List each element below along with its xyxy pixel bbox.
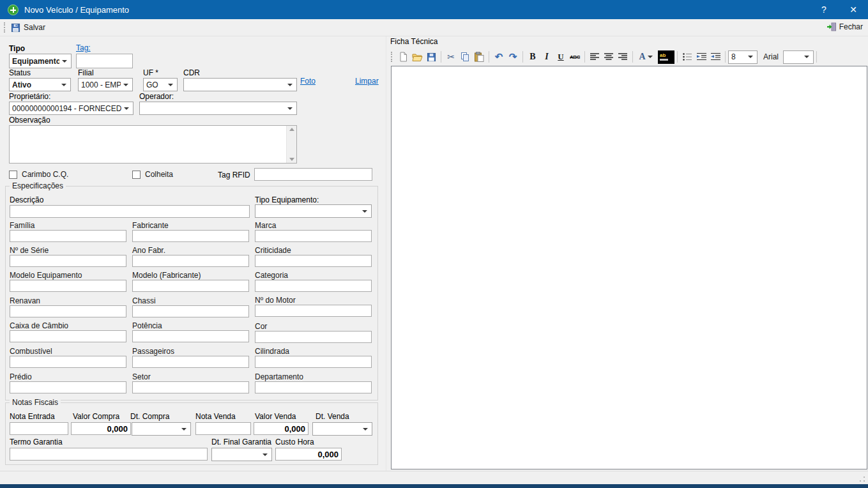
- observacao-textarea[interactable]: [10, 126, 286, 163]
- toolbar-separator: [816, 51, 817, 63]
- close-window-button[interactable]: ✕: [839, 0, 868, 19]
- descricao-input[interactable]: [10, 205, 250, 218]
- foto-link[interactable]: Foto: [300, 77, 316, 86]
- operador-label: Operador:: [139, 92, 174, 101]
- colheita-checkbox[interactable]: [132, 171, 141, 179]
- new-document-button[interactable]: [396, 50, 410, 64]
- toolbar-separator: [522, 51, 523, 63]
- paste-button[interactable]: [472, 50, 486, 64]
- numero-motor-input[interactable]: [255, 305, 372, 317]
- potencia-input[interactable]: [132, 330, 249, 342]
- strikethrough-button[interactable]: ABC: [568, 50, 582, 64]
- font-size-combobox[interactable]: 8: [728, 50, 758, 64]
- main-toolbar: Salvar Fechar: [0, 19, 868, 36]
- departamento-input[interactable]: [255, 381, 372, 393]
- predio-input[interactable]: [10, 381, 126, 393]
- numero-serie-input[interactable]: [10, 255, 126, 267]
- ficha-tecnica-editor[interactable]: [391, 66, 867, 469]
- chassi-input[interactable]: [132, 305, 249, 317]
- setor-input[interactable]: [132, 381, 249, 393]
- cdr-combobox[interactable]: [183, 78, 297, 91]
- chevron-down-icon: [62, 60, 67, 63]
- scroll-up-icon[interactable]: [289, 128, 294, 131]
- chevron-down-icon: [287, 107, 293, 110]
- modelo-fabricante-input[interactable]: [132, 280, 249, 292]
- chevron-down-icon: [648, 56, 653, 58]
- tag-rfid-input[interactable]: [254, 168, 372, 181]
- field-label: Ano Fabr.: [132, 246, 165, 255]
- cut-button[interactable]: ✂: [444, 50, 458, 64]
- filial-label: Filial: [78, 68, 94, 77]
- carimbo-checkbox[interactable]: [9, 171, 17, 179]
- observacao-scrollbar[interactable]: [286, 126, 296, 163]
- align-center-icon: [604, 52, 614, 61]
- valor-venda-input[interactable]: [254, 422, 308, 435]
- bullet-list-button[interactable]: [680, 50, 694, 64]
- underline-button[interactable]: U: [554, 50, 568, 64]
- redo-button[interactable]: ↷: [506, 50, 520, 64]
- open-button[interactable]: [410, 50, 424, 64]
- indent-button[interactable]: [694, 50, 708, 64]
- save-button[interactable]: Salvar: [10, 22, 49, 34]
- renavan-input[interactable]: [10, 305, 126, 317]
- criticidade-input[interactable]: [255, 255, 372, 267]
- cilindrada-input[interactable]: [255, 356, 372, 368]
- toolbar-separator: [489, 51, 489, 63]
- passageiros-input[interactable]: [132, 356, 249, 368]
- outdent-button[interactable]: [708, 50, 722, 64]
- save-document-button[interactable]: [424, 50, 438, 64]
- custo-hora-label: Custo Hora: [275, 438, 314, 446]
- categoria-input[interactable]: [255, 280, 372, 292]
- ano-fabricacao-input[interactable]: [132, 255, 249, 267]
- copy-icon: [460, 52, 470, 62]
- align-left-icon: [590, 52, 600, 61]
- valor-compra-input[interactable]: [71, 422, 131, 435]
- align-left-button[interactable]: [588, 50, 602, 64]
- highlight-button[interactable]: ab: [658, 50, 674, 64]
- fabricante-input[interactable]: [132, 230, 249, 242]
- proprietario-combobox[interactable]: 00000000000194 - FORNECEDOR :: [9, 102, 133, 115]
- cor-input[interactable]: [255, 331, 372, 343]
- carimbo-checkbox-row: Carimbo C.Q.: [9, 170, 68, 179]
- especificacoes-group: Especificações Descrição Tipo Equipament…: [5, 186, 378, 400]
- undo-button[interactable]: ↶: [492, 50, 506, 64]
- familia-input[interactable]: [10, 230, 126, 242]
- status-combobox[interactable]: Ativo: [9, 78, 71, 91]
- form-panel: Tipo Tag: Equipamento Status Filial UF *…: [0, 36, 387, 471]
- dt-venda-combobox[interactable]: [312, 422, 372, 436]
- help-button[interactable]: ?: [809, 0, 839, 19]
- indent-icon: [696, 52, 707, 61]
- filial-combobox[interactable]: 1000 - EMPRI: [78, 78, 133, 91]
- scroll-down-icon[interactable]: [289, 158, 294, 161]
- caixa-cambio-input[interactable]: [10, 330, 126, 342]
- italic-button[interactable]: I: [540, 50, 554, 64]
- tag-link[interactable]: Tag:: [76, 43, 91, 52]
- custo-hora-input[interactable]: [275, 448, 342, 461]
- operador-combobox[interactable]: [139, 102, 297, 115]
- combustivel-input[interactable]: [10, 356, 126, 368]
- align-right-button[interactable]: [616, 50, 630, 64]
- marca-input[interactable]: [255, 230, 372, 242]
- nota-venda-input[interactable]: [195, 422, 251, 435]
- termo-garantia-input[interactable]: [10, 448, 208, 461]
- dt-compra-combobox[interactable]: [132, 422, 191, 436]
- fechar-button[interactable]: Fechar: [824, 20, 865, 33]
- bold-button[interactable]: B: [526, 50, 540, 64]
- font-color-button[interactable]: A: [636, 50, 656, 64]
- resize-grip-icon[interactable]: [859, 476, 865, 482]
- tipo-equipamento-combobox[interactable]: [255, 204, 372, 218]
- dt-final-garantia-combobox[interactable]: [211, 448, 272, 461]
- limpar-link[interactable]: Limpar: [355, 77, 379, 86]
- align-center-button[interactable]: [602, 50, 616, 64]
- chevron-down-icon: [748, 56, 753, 58]
- nota-entrada-input[interactable]: [10, 422, 68, 435]
- modelo-equipamento-input[interactable]: [10, 280, 126, 292]
- tag-input[interactable]: [76, 54, 133, 68]
- copy-button[interactable]: [458, 50, 472, 64]
- field-label: Potência: [132, 321, 162, 330]
- notas-fiscais-group: Notas Fiscais Nota Entrada Valor Compra …: [5, 402, 378, 465]
- uf-combobox[interactable]: GO: [143, 78, 178, 91]
- font-name-combobox[interactable]: [783, 50, 814, 64]
- tipo-combobox[interactable]: Equipamento: [9, 54, 72, 68]
- field-label: Combustível: [10, 347, 52, 356]
